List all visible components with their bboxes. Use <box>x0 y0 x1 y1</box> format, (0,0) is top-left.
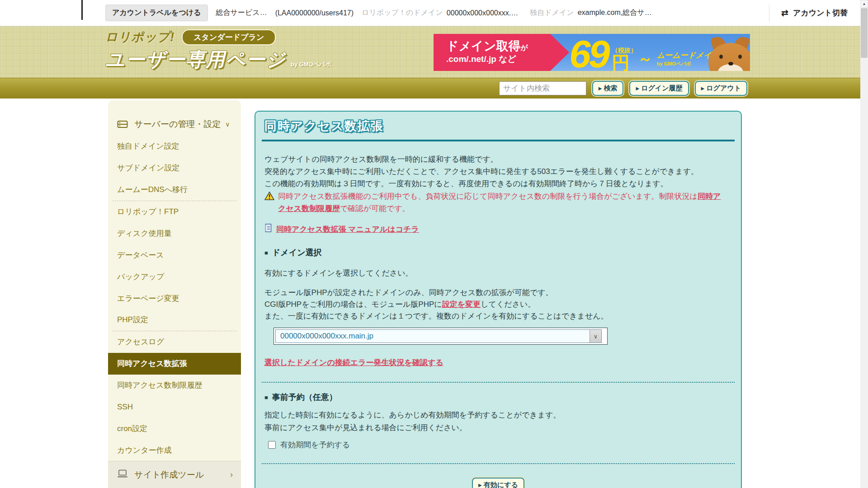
sidebar-item-php-settings[interactable]: PHP設定 <box>108 309 241 331</box>
reserve-period-checkbox[interactable] <box>268 441 276 449</box>
warning-note: 同時アクセス数拡張機能のご利用中でも、負荷状況に応じて同時アクセス数の制限を行う… <box>264 190 721 215</box>
shiba-dog-image <box>708 37 750 71</box>
banner-price: 69 （税抜） 円 ～ ムームードメイン by GMOペパボ <box>569 34 719 71</box>
banner-tilde: ～ <box>638 49 652 69</box>
switch-account-button[interactable]: ⇄ アカウント切替 <box>781 8 848 18</box>
reserve-period-checkbox-row: 有効期間を予約する <box>268 440 350 450</box>
reserve-period-checkbox-label: 有効期間を予約する <box>280 440 350 450</box>
sidebar-nav: サーバーの管理・設定 ∨ 独自ドメイン設定 サブドメイン設定 ムームーDNSへ移… <box>108 100 241 488</box>
account-topbar: アカウントラベルをつける 総合サービス… (LAA0000000/users41… <box>0 0 860 26</box>
sidebar-section-site-tools[interactable]: サイト作成ツール › <box>108 461 241 488</box>
banner-line1: ドメイン取得 <box>446 39 521 53</box>
sidebar-item-access-log[interactable]: アクセスログ <box>108 331 241 353</box>
sidebar-item-own-domain[interactable]: 独自ドメイン設定 <box>108 136 241 157</box>
warning-text: で確認が可能です。 <box>340 204 410 213</box>
banner-yen: 円 <box>612 55 630 71</box>
olive-toolbar: ▶ 検索 ▶ ログイン履歴 ▶ ログアウト <box>0 78 868 99</box>
sidebar-item-database[interactable]: データベース <box>108 244 241 266</box>
scroll-up-arrow[interactable]: ▲ <box>860 0 868 8</box>
section-bullet-icon: ■ <box>264 394 268 401</box>
document-icon <box>264 224 272 235</box>
scrollbar-thumb[interactable] <box>861 8 868 58</box>
sidebar-item-counter[interactable]: カウンター作成 <box>108 439 241 461</box>
sidebar-item-concurrent-access-limit-history[interactable]: 同時アクセス数制限履歴 <box>108 375 241 396</box>
server-icon <box>117 120 128 129</box>
chevron-down-icon: ∨ <box>225 121 230 128</box>
lolipop-domain-label: ロリポップ！のドメイン <box>362 8 443 18</box>
domain-select-heading: ■ ドメイン選択 <box>264 247 322 258</box>
banner-line1-suffix: が <box>521 44 528 52</box>
arrow-right-icon: ▶ <box>701 86 705 91</box>
site-search-input[interactable] <box>499 81 586 95</box>
sidebar-item-concurrent-access-expansion[interactable]: 同時アクセス数拡張 <box>108 353 241 375</box>
banner-price-number: 69 <box>569 38 608 71</box>
topbar-divider <box>769 5 769 22</box>
own-domain-value: example.com,総合サ… <box>578 8 652 18</box>
search-button[interactable]: ▶ 検索 <box>592 81 624 96</box>
domain-select-desc: 有効にするドメインを選択してください。 <box>264 267 413 279</box>
plan-badge: スタンダードプラン <box>182 29 276 45</box>
sidebar-item-backup[interactable]: バックアップ <box>108 266 241 287</box>
php-note: モジュール版PHPが設定されたドメインのみ、同時アクセス数の拡張が可能です。 C… <box>264 287 609 322</box>
warning-icon <box>264 192 274 215</box>
connection-error-status-link[interactable]: 選択したドメインの接続エラー発生状況を確認する <box>264 357 443 368</box>
page-title: 同時アクセス数拡張 <box>264 118 384 134</box>
intro-paragraph: ウェブサイトの同時アクセス数制限を一時的に緩和する機能です。 突発的なアクセス集… <box>264 153 698 190</box>
sidebar-item-cron[interactable]: cron設定 <box>108 418 241 439</box>
domain-ad-banner[interactable]: 69 （税抜） 円 ～ ムームードメイン by GMOペパボ ドメイン取得が .… <box>434 34 750 71</box>
sidebar-item-ssh[interactable]: SSH <box>108 396 241 418</box>
sidebar-section-label: サーバーの管理・設定 <box>134 118 221 130</box>
sidebar-item-disk-usage[interactable]: ディスク使用量 <box>108 222 241 244</box>
switch-arrows-icon: ⇄ <box>781 8 788 18</box>
lolipop-logo-block: ロリポップ! スタンダードプラン ユーザー専用ページ by GMOペパボ <box>105 29 331 72</box>
sidebar-item-error-page[interactable]: エラーページ変更 <box>108 287 241 309</box>
advance-reservation-desc: 指定した時刻に有効になるように、あらかじめ有効期間を予約することができます。 事… <box>264 409 561 434</box>
title-underline <box>262 140 735 141</box>
switch-account-label: アカウント切替 <box>793 8 848 18</box>
lolipop-user-page: アカウントラベルをつける 総合サービス… (LAA0000000/users41… <box>0 0 868 488</box>
service-name: 総合サービス… <box>216 8 267 18</box>
selected-domain-value: 00000x000x000xxx.main.jp <box>276 332 373 341</box>
sidebar-item-muumuu-dns[interactable]: ムームーDNSへ移行 <box>108 179 241 201</box>
arrow-right-icon: ▶ <box>478 483 482 488</box>
select-dropdown-arrow-icon[interactable]: ∨ <box>590 330 601 343</box>
arrow-right-icon: ▶ <box>636 86 639 91</box>
logout-button[interactable]: ▶ ログアウト <box>695 81 747 96</box>
topbar-left-mark <box>81 0 83 20</box>
sidebar-section-label: サイト作成ツール <box>134 469 204 481</box>
sidebar-item-lolipop-ftp[interactable]: ロリポップ！FTP <box>108 201 241 223</box>
arrow-right-icon: ▶ <box>599 86 602 91</box>
account-id: (LAA0000000/users417) <box>275 9 354 17</box>
own-domain-label: 独自ドメイン <box>530 8 574 18</box>
banner-pink-block: ドメイン取得が .com/.net/.jp など <box>434 34 569 71</box>
lolipop-domain-value: 00000x000x000xxx.… <box>447 9 518 17</box>
domain-select[interactable]: 00000x000x000xxx.main.jp ∨ <box>274 328 608 345</box>
dotted-divider <box>262 382 735 383</box>
manual-link[interactable]: 同時アクセス数拡張 マニュアルはコチラ <box>276 224 419 235</box>
change-php-settings-link[interactable]: 設定を変更 <box>442 300 481 309</box>
sidebar-item-subdomain[interactable]: サブドメイン設定 <box>108 157 241 179</box>
user-page-title: ユーザー専用ページ <box>105 47 286 72</box>
chevron-right-icon: › <box>230 470 233 479</box>
sidebar-section-server-settings[interactable]: サーバーの管理・設定 ∨ <box>108 113 241 136</box>
manual-row: 同時アクセス数拡張 マニュアルはコチラ <box>264 224 419 235</box>
lolipop-logo: ロリポップ! <box>105 29 175 45</box>
enable-button[interactable]: ▶ 有効にする <box>472 478 524 488</box>
main-panel: 同時アクセス数拡張 ウェブサイトの同時アクセス数制限を一時的に緩和する機能です。… <box>255 111 742 488</box>
account-label-button[interactable]: アカウントラベルをつける <box>105 5 208 21</box>
byline-gmo-pepabo: by GMOペパボ <box>291 61 331 69</box>
dotted-divider <box>262 463 735 464</box>
banner-line2: .com/.net/.jp など <box>446 53 569 65</box>
warning-text: 同時アクセス数拡張機能のご利用中でも、負荷状況に応じて同時アクセス数の制限を行う… <box>278 192 698 201</box>
laptop-icon <box>117 469 128 480</box>
login-history-button[interactable]: ▶ ログイン履歴 <box>629 81 689 96</box>
advance-reservation-heading: ■ 事前予約（任意） <box>264 392 337 403</box>
vertical-scrollbar[interactable]: ▲ <box>860 0 868 488</box>
section-bullet-icon: ■ <box>264 249 268 256</box>
